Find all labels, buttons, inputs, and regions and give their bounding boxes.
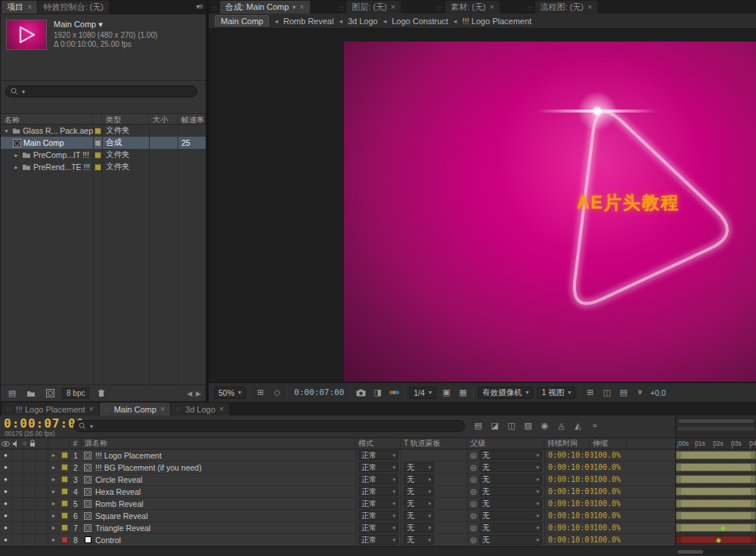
pickwhip-icon[interactable]: ◎ [470, 451, 477, 459]
label-swatch[interactable] [61, 512, 68, 519]
tab-composition[interactable]: 合成: Main Comp ▾ × [220, 1, 310, 14]
column-header-size[interactable]: 大小 [149, 114, 178, 124]
pickwhip-icon[interactable]: ◎ [470, 463, 477, 471]
layer-expand-arrow-icon[interactable]: ▸ [48, 486, 59, 497]
layer-expand-arrow-icon[interactable]: ▸ [48, 474, 59, 485]
label-swatch[interactable] [94, 152, 101, 159]
pickwhip-icon[interactable]: ◎ [470, 524, 477, 532]
layer-row[interactable]: ● ▸ 4 Hexa Reveal 正常▾ 无▾ ◎无▾ 0:00:10:00 … [0, 486, 675, 498]
layer-duration-bar[interactable] [676, 487, 756, 496]
layer-label-cell[interactable] [59, 462, 70, 473]
video-toggle[interactable]: ● [0, 462, 12, 473]
layer-name[interactable]: Romb Reveal [94, 498, 355, 509]
motion-blur-icon[interactable]: ◉ [538, 419, 551, 431]
layer-stretch[interactable]: 100.0% [593, 487, 621, 496]
lock-toggle[interactable] [36, 474, 48, 485]
video-toggle[interactable]: ● [0, 449, 12, 461]
solo-toggle[interactable] [24, 462, 36, 473]
mask-visibility-icon[interactable]: ◇ [271, 387, 284, 399]
video-toggle[interactable]: ● [0, 474, 12, 485]
eye-icon[interactable] [2, 441, 10, 446]
grid-guides-icon[interactable]: ⊞ [584, 387, 596, 399]
number-column-header[interactable]: # [70, 438, 82, 449]
layer-stretch[interactable]: 100.0% [593, 536, 621, 544]
breadcrumb-item[interactable]: Romb Reveal [284, 17, 334, 26]
tab-effect-controls[interactable]: 特效控制台: (无) [38, 1, 108, 14]
layer-duration[interactable]: 0:00:10:00 [548, 511, 593, 520]
tab-flowchart[interactable]: 流程图: (无) × [535, 1, 598, 14]
breadcrumb-item[interactable]: 3d Logo [348, 17, 378, 26]
layer-row[interactable]: ● ▸ 6 Square Reveal 正常▾ 无▾ ◎无▾ 0:00:10:0… [0, 510, 675, 522]
column-header-framerate[interactable]: 帧速率 [178, 114, 206, 124]
mode-column-header[interactable]: 模式 [355, 438, 401, 449]
audio-toggle[interactable] [12, 510, 24, 521]
view-layout-select[interactable]: 1 视图 ▾ [537, 387, 575, 399]
layer-duration-bar[interactable] [676, 463, 756, 471]
pixel-aspect-icon[interactable]: ◫ [600, 387, 613, 399]
layer-name[interactable]: !!! Logo Placement [94, 449, 355, 461]
layer-stretch[interactable]: 100.0% [593, 524, 621, 532]
layer-duration-bar[interactable] [676, 499, 756, 508]
track-row[interactable] [676, 522, 756, 534]
trkmat-select[interactable]: 无▾ [404, 486, 434, 496]
lock-toggle[interactable] [36, 449, 48, 461]
label-swatch[interactable] [61, 488, 68, 495]
search-options-caret-icon[interactable]: ▾ [22, 88, 25, 95]
project-row[interactable]: ▸ PreRend...TE !!! 文件夹 [1, 161, 206, 173]
label-color-cell[interactable] [93, 152, 102, 159]
frame-blend-icon[interactable]: ▨ [522, 419, 534, 431]
layer-expand-arrow-icon[interactable]: ▸ [48, 510, 59, 521]
lock-toggle[interactable] [36, 486, 48, 497]
pickwhip-icon[interactable]: ◎ [470, 475, 477, 483]
layer-name[interactable]: Triangle Reveal [94, 522, 355, 533]
trkmat-column-header[interactable]: T 轨道蒙板 [401, 438, 467, 449]
solo-toggle[interactable] [24, 498, 36, 509]
track-row[interactable] [676, 510, 756, 522]
pickwhip-icon[interactable]: ◎ [470, 536, 477, 544]
layer-row[interactable]: ● ▸ 8 Control 正常▾ 无▾ ◎无▾ 0:00:10:00 100.… [0, 534, 675, 546]
tab-footage[interactable]: 素材: (无) × [445, 1, 500, 14]
parent-select[interactable]: 无▾ [479, 535, 542, 545]
parent-select[interactable]: 无▾ [479, 462, 542, 472]
camera-select[interactable]: 有效摄像机 ▾ [478, 387, 534, 399]
parent-select[interactable]: 无▾ [479, 450, 542, 460]
scroll-right-icon[interactable]: ▶ [196, 390, 201, 397]
layer-duration-bar[interactable] [676, 451, 756, 459]
close-icon[interactable]: × [160, 405, 165, 413]
solo-toggle[interactable] [24, 474, 36, 485]
track-row[interactable] [676, 462, 756, 474]
tab-timeline-3d-logo[interactable]: ∷ 3d Logo × [171, 403, 229, 415]
label-swatch[interactable] [61, 464, 68, 471]
expand-arrow-icon[interactable]: ▾ [3, 128, 10, 134]
layer-name[interactable]: Square Reveal [94, 510, 355, 521]
breadcrumb-root[interactable]: Main Comp [215, 15, 269, 26]
column-header-type[interactable]: 类型 [102, 114, 149, 124]
preview-comp-title[interactable]: Main Comp ▾ [54, 20, 103, 29]
work-area-bar[interactable] [677, 419, 754, 424]
lock-toggle[interactable] [36, 522, 48, 533]
live-update-icon[interactable]: ≈ [588, 419, 601, 431]
resolution-select[interactable]: 1/4 ▾ [409, 387, 436, 399]
composition-viewport[interactable]: AE片头教程 [209, 29, 756, 382]
exposure-value[interactable]: +0.0 [650, 388, 666, 397]
label-swatch[interactable] [61, 524, 68, 531]
mode-select[interactable]: 正常▾ [358, 535, 398, 545]
layer-duration-bar[interactable] [676, 524, 756, 532]
show-snapshot-icon[interactable]: ◨ [371, 387, 384, 399]
layer-stretch[interactable]: 100.0% [593, 511, 621, 520]
layer-stretch[interactable]: 100.0% [593, 451, 621, 459]
layer-expand-arrow-icon[interactable]: ▸ [48, 462, 59, 473]
close-icon[interactable]: × [27, 3, 32, 11]
panel-grip-icon[interactable]: ∷ [212, 5, 218, 12]
solo-toggle[interactable] [24, 449, 36, 461]
label-swatch[interactable] [61, 452, 68, 459]
mode-select[interactable]: 正常▾ [358, 499, 398, 508]
layer-stretch[interactable]: 100.0% [593, 499, 621, 508]
duration-column-header[interactable]: 持续时间 [544, 438, 590, 449]
trkmat-select[interactable]: 无▾ [404, 511, 434, 520]
new-folder-icon[interactable] [24, 388, 38, 399]
new-composition-icon[interactable] [43, 388, 57, 399]
lock-icon[interactable] [29, 440, 36, 447]
audio-toggle[interactable] [12, 522, 24, 533]
trkmat-select[interactable]: 无▾ [404, 535, 434, 545]
